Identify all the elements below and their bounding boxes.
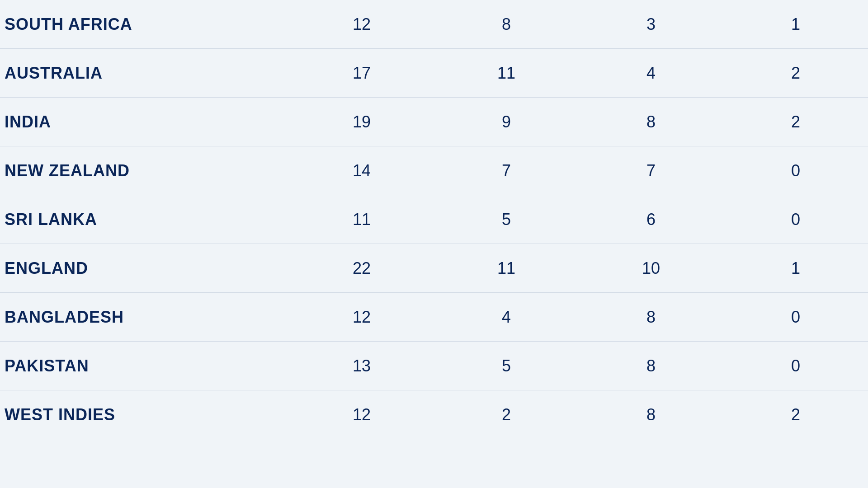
stat-drawn: 0 (723, 210, 868, 229)
stat-drawn: 0 (723, 357, 868, 375)
stat-lost: 8 (579, 113, 723, 131)
team-name: WEST INDIES (0, 405, 289, 424)
team-name: INDIA (0, 113, 289, 131)
team-name: SOUTH AFRICA (0, 15, 289, 34)
team-name: NEW ZEALAND (0, 161, 289, 180)
stat-won: 11 (434, 259, 579, 278)
stat-played: 12 (289, 405, 434, 424)
stat-played: 14 (289, 161, 434, 180)
table-row: SOUTH AFRICA12831 (0, 0, 868, 49)
stat-played: 19 (289, 113, 434, 131)
stat-drawn: 1 (723, 259, 868, 278)
stat-drawn: 2 (723, 64, 868, 83)
team-name: SRI LANKA (0, 210, 289, 229)
stat-lost: 8 (579, 308, 723, 327)
stat-played: 12 (289, 15, 434, 34)
stat-lost: 7 (579, 161, 723, 180)
table-row: NEW ZEALAND14770 (0, 146, 868, 195)
stat-lost: 8 (579, 405, 723, 424)
stat-played: 13 (289, 357, 434, 375)
stat-lost: 6 (579, 210, 723, 229)
stat-played: 22 (289, 259, 434, 278)
team-name: ENGLAND (0, 259, 289, 278)
stat-played: 12 (289, 308, 434, 327)
stat-won: 5 (434, 210, 579, 229)
stat-drawn: 1 (723, 15, 868, 34)
stat-lost: 8 (579, 357, 723, 375)
table-row: BANGLADESH12480 (0, 293, 868, 342)
stat-won: 7 (434, 161, 579, 180)
stat-drawn: 0 (723, 161, 868, 180)
table-row: INDIA19982 (0, 98, 868, 146)
stat-drawn: 0 (723, 308, 868, 327)
stat-won: 11 (434, 64, 579, 83)
stat-lost: 4 (579, 64, 723, 83)
team-name: BANGLADESH (0, 308, 289, 327)
table-row: PAKISTAN13580 (0, 342, 868, 390)
table-row: SRI LANKA11560 (0, 195, 868, 244)
standings-table: SOUTH AFRICA12831AUSTRALIA171142INDIA199… (0, 0, 868, 488)
stat-played: 11 (289, 210, 434, 229)
team-name: AUSTRALIA (0, 64, 289, 83)
stat-drawn: 2 (723, 113, 868, 131)
table-row: WEST INDIES12282 (0, 390, 868, 439)
table-row: AUSTRALIA171142 (0, 49, 868, 98)
stat-lost: 10 (579, 259, 723, 278)
stat-won: 9 (434, 113, 579, 131)
stat-won: 2 (434, 405, 579, 424)
stat-lost: 3 (579, 15, 723, 34)
stat-won: 8 (434, 15, 579, 34)
stat-won: 4 (434, 308, 579, 327)
stat-won: 5 (434, 357, 579, 375)
stat-played: 17 (289, 64, 434, 83)
table-row: ENGLAND2211101 (0, 244, 868, 293)
stat-drawn: 2 (723, 405, 868, 424)
team-name: PAKISTAN (0, 357, 289, 375)
